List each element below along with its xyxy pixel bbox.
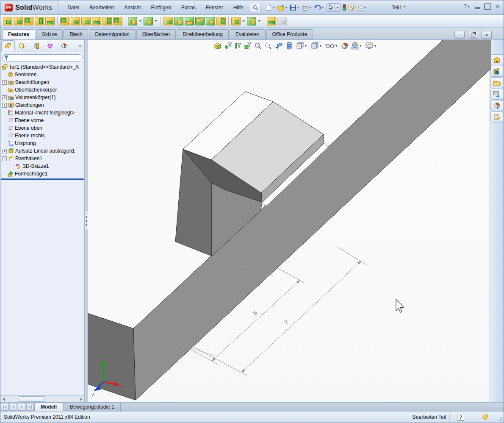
apply-scene-icon[interactable]: ▾ <box>350 41 363 50</box>
select-dropdown-icon[interactable]: ▾ <box>337 6 338 9</box>
tab-datenmigration[interactable]: Datenmigration <box>89 29 135 39</box>
configurationmanager-tab[interactable] <box>29 40 43 51</box>
tree-item-ebene-oben[interactable]: Ebene oben <box>0 124 84 132</box>
instant3d-icon[interactable] <box>267 17 276 25</box>
boundary-cut-icon[interactable] <box>113 17 122 25</box>
curves-icon[interactable] <box>247 17 256 25</box>
swept-cut-icon[interactable] <box>92 17 101 25</box>
minimize-button[interactable] <box>475 7 480 9</box>
print-dropdown-icon[interactable]: ▾ <box>310 6 311 9</box>
solidworks-resources-icon[interactable] <box>490 54 503 65</box>
extruded-cut-icon[interactable] <box>60 17 69 25</box>
tree-item-gleichungen[interactable]: Σ Gleichungen <box>0 101 84 109</box>
tree-item-oberflaechenkoerper[interactable]: Oberflächenkörper <box>0 86 84 94</box>
magnifier-icon[interactable] <box>253 41 263 50</box>
magnified-selection-icon[interactable] <box>263 41 273 50</box>
zoom-to-fit-icon[interactable] <box>213 41 223 50</box>
dome-icon[interactable] <box>206 17 215 25</box>
rib-icon[interactable] <box>185 17 194 25</box>
quick-tips-icon[interactable]: ? <box>457 414 464 421</box>
expand-icon[interactable] <box>2 103 7 108</box>
tree-filter-input[interactable] <box>2 54 83 61</box>
tree-item-ebene-vorne[interactable]: Ebene vorne <box>0 117 84 124</box>
menu-einfuegen[interactable]: Einfügen <box>147 3 176 12</box>
tab-skizze[interactable]: Skizze <box>36 29 63 39</box>
graphics-area[interactable]: 5 7 Y X Z <box>88 40 490 402</box>
undo-dropdown-icon[interactable]: ▾ <box>322 6 324 9</box>
panel-overflow-chevron-icon[interactable]: » <box>79 43 82 49</box>
doc-restore-button[interactable] <box>468 31 478 39</box>
tab-modell[interactable]: Modell <box>34 403 63 411</box>
resize-grip[interactable] <box>498 417 502 421</box>
filter-icon[interactable] <box>234 41 242 50</box>
menu-ansicht[interactable]: Ansicht <box>119 3 145 12</box>
tab-scroll-last-icon[interactable] <box>26 403 34 411</box>
scroll-right-icon[interactable] <box>78 396 84 402</box>
maximize-button[interactable] <box>484 3 491 10</box>
tab-evaluieren[interactable]: Evaluieren <box>230 29 266 39</box>
hole-wizard-icon[interactable] <box>71 17 80 25</box>
menu-hilfe[interactable]: Hilfe <box>229 3 248 12</box>
appearances-scenes-icon[interactable] <box>490 100 503 111</box>
menu-extras[interactable]: Extras <box>177 3 200 12</box>
mirror-icon[interactable] <box>216 17 226 25</box>
select-tool[interactable]: ▾ <box>327 3 341 12</box>
revolved-cut-icon[interactable] <box>81 17 91 25</box>
tree-item-material[interactable]: Material <nicht festgelegt> <box>0 109 84 117</box>
tab-oberflaechen[interactable]: Oberflächen <box>136 29 176 39</box>
design-library-icon[interactable] <box>490 66 503 77</box>
doc-minimize-button[interactable]: – <box>454 31 465 39</box>
linear-pattern-icon[interactable] <box>144 17 153 25</box>
close-button[interactable]: × <box>496 3 499 9</box>
tree-item-3d-skizze1[interactable]: 3D 3D-Skizze1 <box>0 162 84 170</box>
view-palette-icon[interactable] <box>490 89 503 100</box>
menu-fenster[interactable]: Fenster <box>201 3 228 12</box>
tab-direktbearbeitung[interactable]: Direktbearbeitung <box>177 29 229 39</box>
previous-view-icon[interactable] <box>274 41 284 50</box>
print-button[interactable]: ▾ <box>301 3 313 12</box>
view-orientation-icon[interactable]: ▾ <box>295 41 309 50</box>
tree-item-sensoren[interactable]: Sensoren <box>0 71 84 78</box>
custom-properties-icon[interactable] <box>490 111 503 122</box>
reference-geometry-icon[interactable] <box>231 17 241 25</box>
lofted-cut-icon[interactable] <box>102 17 112 25</box>
tree-item-ebene-rechts[interactable]: Ebene rechts <box>0 132 84 139</box>
swept-boss-icon[interactable] <box>24 17 33 25</box>
expand-icon[interactable] <box>2 95 7 100</box>
zoom-to-area-icon[interactable] <box>243 41 252 50</box>
dimxpertmanager-tab[interactable] <box>43 40 57 51</box>
tree-item-rasthaken1[interactable]: Rasthaken1 <box>0 155 84 162</box>
view-settings-icon[interactable]: ▾ <box>364 41 378 50</box>
display-style-icon[interactable]: ▾ <box>310 41 324 50</box>
dimension-7-value[interactable]: 7 <box>283 319 290 326</box>
save-button[interactable]: ▾ <box>289 3 301 12</box>
fillet-icon[interactable] <box>128 17 137 25</box>
expand-icon[interactable] <box>2 80 7 85</box>
collapse-icon[interactable] <box>2 156 7 161</box>
displaymanager-tab[interactable] <box>57 40 71 51</box>
boundary-boss-icon[interactable] <box>45 17 55 25</box>
sketch-point-icon[interactable] <box>244 223 248 227</box>
tree-item-beschriftungen[interactable]: A Beschriftungen <box>0 78 84 86</box>
tree-item-formschraege1[interactable]: Formschräge1 <box>0 170 84 178</box>
tags-icon[interactable] <box>481 414 488 420</box>
tab-office-produkte[interactable]: Office Produkte <box>266 29 313 39</box>
file-explorer-icon[interactable] <box>490 77 503 88</box>
freeze-bar-icon[interactable] <box>277 17 287 25</box>
section-view-icon[interactable] <box>285 41 294 50</box>
open-button[interactable]: ▾ <box>277 3 289 12</box>
zoom-to-selection-icon[interactable] <box>224 41 233 50</box>
tree-item-aufsatz-linear-austragen1[interactable]: Aufsatz-Linear austragen1 <box>0 147 84 155</box>
tree-item-root[interactable]: Teil1 (Standard<<Standard>_A <box>0 63 84 71</box>
tab-scroll-first-icon[interactable] <box>1 403 8 411</box>
featuremanager-tree-tab[interactable] <box>1 40 15 51</box>
tab-scroll-next-icon[interactable] <box>18 403 25 411</box>
dimension-5-value[interactable]: 5 <box>252 309 259 316</box>
tab-blech[interactable]: Blech <box>64 29 88 39</box>
tree-item-ursprung[interactable]: Ursprung <box>0 139 84 147</box>
wrap-icon[interactable] <box>195 17 205 25</box>
scrollbar-thumb[interactable] <box>19 396 45 402</box>
lofted-boss-icon[interactable] <box>35 17 44 25</box>
help-button[interactable]: ?▾ <box>463 3 471 10</box>
edit-appearance-icon[interactable] <box>340 41 349 50</box>
